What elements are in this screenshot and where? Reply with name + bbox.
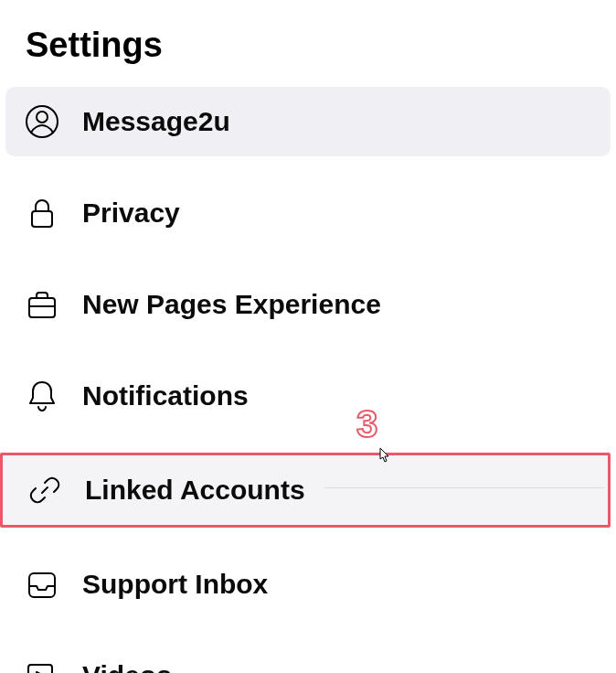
menu-item-label: Message2u <box>82 106 230 137</box>
menu-item-new-pages-experience[interactable]: New Pages Experience <box>5 270 611 339</box>
person-icon <box>22 101 62 142</box>
menu-item-videos[interactable]: Videos <box>5 641 611 673</box>
svg-rect-3 <box>29 298 55 317</box>
page-title: Settings <box>0 0 616 87</box>
inbox-icon <box>22 564 62 604</box>
menu-item-label: Privacy <box>82 198 180 229</box>
briefcase-icon <box>22 284 62 325</box>
menu-item-message2u[interactable]: Message2u <box>5 87 611 156</box>
video-icon <box>22 656 62 673</box>
bell-icon <box>22 376 62 416</box>
menu-item-privacy[interactable]: Privacy <box>5 178 611 248</box>
menu-item-linked-accounts[interactable]: Linked Accounts <box>0 453 611 528</box>
link-icon <box>25 470 65 510</box>
divider <box>324 487 605 488</box>
menu-item-label: New Pages Experience <box>82 289 381 320</box>
settings-menu: Message2u Privacy New Pages Experience N… <box>0 87 616 673</box>
menu-item-label: Support Inbox <box>82 569 268 600</box>
svg-point-1 <box>37 112 48 123</box>
menu-item-label: Notifications <box>82 380 249 411</box>
svg-rect-2 <box>32 211 52 227</box>
menu-item-notifications[interactable]: Notifications <box>5 361 611 431</box>
menu-item-label: Linked Accounts <box>85 475 305 506</box>
menu-item-label: Videos <box>82 660 172 673</box>
lock-icon <box>22 193 62 233</box>
svg-rect-5 <box>28 665 52 673</box>
menu-item-support-inbox[interactable]: Support Inbox <box>5 550 611 619</box>
